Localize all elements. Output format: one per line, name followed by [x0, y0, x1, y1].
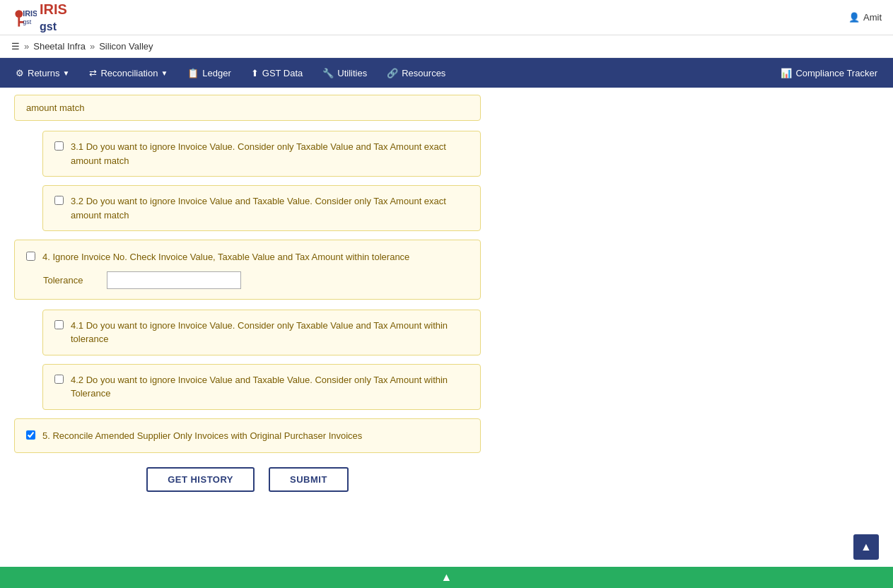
- breadcrumb: ☰ » Sheetal Infra » Silicon Valley: [0, 35, 893, 58]
- nav-utilities[interactable]: 🔧 Utilities: [313, 58, 377, 88]
- option-4-2-label[interactable]: 4.2 Do you want to ignore Invoice Value …: [54, 373, 469, 401]
- option-3-1-checkbox[interactable]: [54, 141, 64, 151]
- user-icon: 👤: [848, 12, 860, 23]
- option-3-1-card: 3.1 Do you want to ignore Invoice Value.…: [42, 131, 481, 177]
- nav-reconciliation[interactable]: ⇄ Reconciliation ▼: [79, 58, 177, 88]
- amount-match-card: amount match: [14, 95, 481, 121]
- breadcrumb-sep-1: »: [24, 41, 29, 52]
- breadcrumb-home-icon[interactable]: ☰: [11, 41, 20, 52]
- ledger-icon: 📋: [187, 68, 199, 78]
- user-name: Amit: [863, 12, 882, 23]
- utilities-icon: 🔧: [322, 68, 334, 78]
- option-4-1-card: 4.1 Do you want to ignore Invoice Value.…: [42, 310, 481, 355]
- main-content: amount match 3.1 Do you want to ignore I…: [0, 88, 495, 520]
- breadcrumb-sep-2: »: [90, 41, 95, 52]
- nav-compliance-tracker[interactable]: 📊 Compliance Tracker: [771, 58, 887, 88]
- top-header: IRIS gst IRIS gst 👤 Amit: [0, 0, 893, 35]
- option-4-2-card: 4.2 Do you want to ignore Invoice Value …: [42, 364, 481, 410]
- logo-icon: IRIS gst: [11, 5, 37, 30]
- logo-area: IRIS gst IRIS gst: [11, 1, 67, 34]
- tolerance-input[interactable]: [107, 271, 241, 289]
- svg-point-0: [15, 10, 23, 18]
- compliance-tracker-icon: 📊: [781, 68, 792, 78]
- submit-button[interactable]: SUBMIT: [269, 467, 349, 492]
- option-4-checkbox[interactable]: [26, 252, 35, 261]
- reconciliation-caret: ▼: [160, 69, 168, 77]
- option-5-label[interactable]: 5. Reconcile Amended Supplier Only Invoi…: [26, 429, 469, 443]
- logo-iris: IRIS: [40, 1, 67, 17]
- nav-returns[interactable]: ⚙ Returns ▼: [6, 58, 79, 88]
- nav-resources[interactable]: 🔗 Resources: [377, 58, 455, 88]
- returns-caret: ▼: [63, 69, 70, 77]
- nav-bar: ⚙ Returns ▼ ⇄ Reconciliation ▼ 📋 Ledger …: [0, 58, 893, 88]
- tolerance-label: Tolerance: [43, 275, 100, 286]
- option-4-1-label[interactable]: 4.1 Do you want to ignore Invoice Value.…: [54, 319, 469, 346]
- nav-gst-data[interactable]: ⬆ GST Data: [241, 58, 313, 88]
- svg-text:gst: gst: [23, 18, 32, 25]
- option-5-card: 5. Reconcile Amended Supplier Only Invoi…: [14, 418, 481, 454]
- gst-data-icon: ⬆: [251, 68, 259, 78]
- nav-ledger[interactable]: 📋 Ledger: [177, 58, 240, 88]
- button-row: GET HISTORY SUBMIT: [14, 467, 481, 492]
- breadcrumb-item-1[interactable]: Sheetal Infra: [33, 41, 86, 52]
- reconciliation-icon: ⇄: [89, 68, 97, 78]
- option-4-2-checkbox[interactable]: [54, 375, 64, 384]
- tolerance-row: Tolerance: [43, 271, 469, 289]
- option-4-1-checkbox[interactable]: [54, 320, 64, 329]
- logo-gst: gst: [40, 20, 57, 33]
- user-area: 👤 Amit: [848, 12, 882, 23]
- option-3-2-label[interactable]: 3.2 Do you want to ignore Invoice Value …: [54, 194, 469, 222]
- svg-text:IRIS: IRIS: [23, 9, 37, 18]
- option-3-2-card: 3.2 Do you want to ignore Invoice Value …: [42, 185, 481, 231]
- option-3-1-label[interactable]: 3.1 Do you want to ignore Invoice Value.…: [54, 140, 469, 167]
- returns-icon: ⚙: [16, 68, 24, 78]
- option-4-card: 4. Ignore Invoice No. Check Invoice Valu…: [14, 240, 481, 300]
- breadcrumb-item-2: Silicon Valley: [99, 41, 153, 52]
- option-5-checkbox[interactable]: [26, 430, 35, 440]
- nav-items: ⚙ Returns ▼ ⇄ Reconciliation ▼ 📋 Ledger …: [6, 58, 455, 88]
- option-3-2-checkbox[interactable]: [54, 196, 64, 205]
- option-4-label[interactable]: 4. Ignore Invoice No. Check Invoice Valu…: [26, 250, 469, 264]
- resources-icon: 🔗: [387, 68, 398, 78]
- get-history-button[interactable]: GET HISTORY: [146, 467, 255, 492]
